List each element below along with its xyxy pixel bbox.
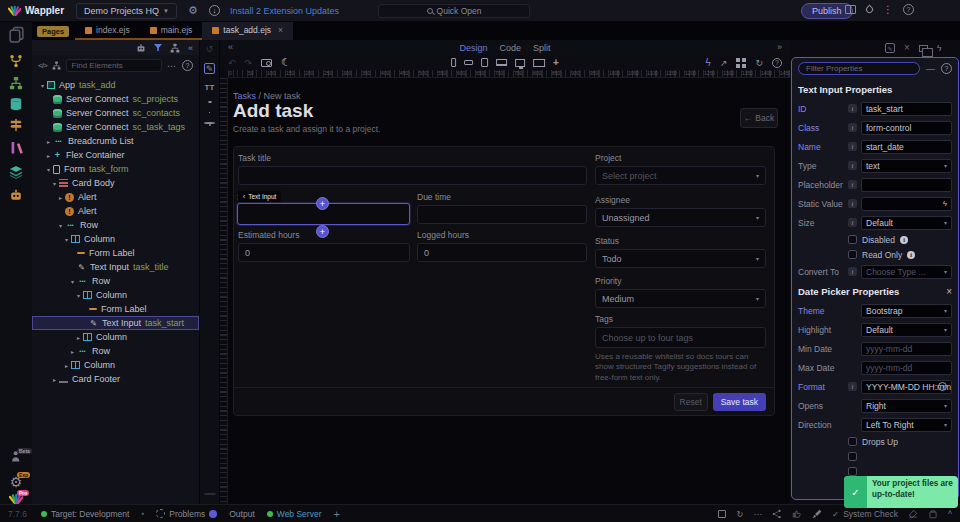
screenshot-camera-icon[interactable] (261, 59, 272, 67)
quick-open-search[interactable]: Quick Open (378, 4, 530, 18)
tab-close-icon[interactable]: × (278, 25, 283, 35)
bolt-icon[interactable]: ϟ (943, 199, 947, 208)
web-server-button[interactable]: Web Server (267, 509, 322, 519)
more-options-icon[interactable]: ⋯ (167, 61, 177, 71)
export-icon[interactable]: ↗ (720, 58, 728, 68)
reset-clock-icon[interactable] (938, 382, 947, 391)
tree-view-icon[interactable] (52, 61, 61, 70)
tree-chevron-icon[interactable]: ▸ (62, 362, 71, 369)
scissors-icon[interactable]: × (904, 43, 910, 53)
redo-icon[interactable]: ↷ (245, 58, 253, 68)
reset-button[interactable]: Reset (674, 393, 708, 411)
dark-mode-moon-icon[interactable]: ☾ (281, 56, 291, 69)
bolt-icon[interactable]: ϟ (937, 43, 942, 53)
tab-design[interactable]: Design (459, 43, 487, 53)
help-icon[interactable]: ? (182, 60, 193, 71)
tab-split[interactable]: Split (533, 43, 551, 53)
tree-chevron-icon[interactable]: ▸ (50, 376, 59, 383)
tree-item-column[interactable]: ▾Column (32, 288, 199, 302)
refresh-icon[interactable]: ↻ (736, 509, 743, 519)
bolt-icon[interactable]: ϟ (706, 57, 711, 68)
update-toast[interactable]: ✓ Your project files are up-to-date! (844, 476, 958, 508)
tree-item-alert[interactable]: !Alert (32, 204, 199, 218)
tab-main.ejs[interactable]: main.ejs (140, 22, 203, 40)
output-button[interactable]: Output (229, 509, 255, 519)
tree-chevron-icon[interactable]: ▸ (74, 334, 83, 341)
filter-properties-input[interactable]: Filter Properties (798, 62, 920, 75)
collapse-right-icon[interactable]: » (777, 42, 782, 52)
download-updates-icon[interactable]: ↓ (209, 5, 220, 16)
code-view-icon[interactable]: </> (38, 61, 47, 70)
typography-icon[interactable]: TT (205, 83, 215, 92)
tree-item-task_title[interactable]: ✎Text Inputtask_title (32, 260, 199, 274)
tree-item-column[interactable]: ▸Column (32, 330, 199, 344)
task-title-input[interactable] (238, 166, 587, 185)
problems-button[interactable]: Problems (156, 509, 217, 519)
eye-visibility-icon[interactable] (204, 122, 215, 124)
tree-item-breadcrumb-list[interactable]: ▸•••Breadcrumb List (32, 134, 199, 148)
beta-tool-icon[interactable]: Beta (0, 450, 32, 463)
tree-item-task_form[interactable]: ▾Formtask_form (32, 162, 199, 176)
tree-item-sc_task_tags[interactable]: Server Connectsc_task_tags (32, 120, 199, 134)
tree-item-sc_projects[interactable]: Server Connectsc_projects (32, 92, 199, 106)
kebab-menu-icon[interactable]: ⋮ (883, 4, 893, 15)
tree-item-row[interactable]: ▸•••Row (32, 344, 199, 358)
tab-code[interactable]: Code (499, 43, 521, 53)
selected-element-badge[interactable]: ‹ Text Input (238, 191, 281, 202)
prop-max-date-input[interactable]: yyyy-mm-dd (861, 361, 952, 375)
theme-droplet-icon[interactable] (865, 5, 875, 15)
brush-icon[interactable] (812, 509, 822, 519)
checkbox[interactable] (848, 437, 857, 446)
prop-type-select[interactable]: text (861, 159, 952, 173)
status-select[interactable]: Todo (595, 249, 766, 268)
prop-min-date-input[interactable]: yyyy-mm-dd (861, 342, 952, 356)
collapse-up-icon[interactable]: ^ (948, 509, 952, 519)
tree-item-alert[interactable]: ▸!Alert (32, 190, 199, 204)
checkbox[interactable] (848, 250, 857, 259)
tree-item-task_add[interactable]: ▾Apptask_add (32, 78, 199, 92)
structure-icon[interactable] (0, 76, 32, 90)
undo-icon[interactable]: ↺ (206, 44, 214, 54)
tree-item-form-label[interactable]: Form Label (32, 302, 199, 316)
prop-name-input[interactable]: start_date (861, 140, 952, 154)
help-icon[interactable]: ? (772, 58, 782, 68)
prop-size-select[interactable]: Default (861, 216, 952, 230)
routing-icon[interactable] (0, 118, 32, 132)
edit-mode-icon[interactable]: ✎ (204, 63, 215, 74)
pages-badge[interactable]: Pages (37, 26, 69, 37)
tree-chevron-icon[interactable]: ▾ (38, 82, 47, 89)
tree-item-flex-container[interactable]: ▸+Flex Container (32, 148, 199, 162)
prop-convert-to-select[interactable]: Choose Type ... (861, 265, 952, 279)
estimated-hours-input[interactable]: 0 (238, 243, 410, 262)
tv-icon[interactable] (533, 59, 545, 67)
prop-format-input[interactable]: YYYY-MM-DD HH:mm (861, 380, 952, 394)
prop-placeholder-input[interactable] (861, 178, 952, 192)
collapse-panel-icon[interactable]: « (188, 43, 193, 53)
structure-icon[interactable] (170, 43, 180, 53)
help-icon[interactable]: ? (941, 63, 952, 74)
install-updates-link[interactable]: Install 2 Extension Updates (230, 6, 339, 16)
prop-id-input[interactable]: task_start (861, 102, 952, 116)
filter-funnel-icon[interactable] (154, 44, 162, 51)
grid-icon[interactable] (736, 58, 740, 62)
save-task-button[interactable]: Save task (713, 393, 766, 411)
share-icon[interactable] (772, 509, 782, 519)
more-icon[interactable]: ⋯ (754, 509, 763, 519)
tree-item-row[interactable]: ▾•••Row (32, 218, 199, 232)
tree-chevron-icon[interactable]: ▾ (62, 236, 71, 243)
tree-item-row[interactable]: ▾•••Row (32, 274, 199, 288)
logged-hours-input[interactable]: 0 (417, 243, 587, 262)
minimize-icon[interactable]: — (926, 64, 935, 74)
prop-class-input[interactable]: form-control (861, 121, 952, 135)
collapse-left-icon[interactable]: « (228, 42, 233, 52)
styles-icon[interactable] (0, 141, 32, 155)
add-tab-button[interactable]: + (334, 508, 340, 520)
approve-thumb-icon[interactable] (792, 509, 802, 519)
assistant-robot-icon[interactable] (136, 43, 146, 53)
database-icon[interactable] (0, 97, 32, 111)
laptop-icon[interactable] (496, 59, 507, 66)
tree-chevron-icon[interactable]: ▾ (68, 278, 77, 285)
panel-toggle-icon[interactable] (204, 493, 216, 495)
tree-item-card-body[interactable]: ▾Card Body (32, 176, 199, 190)
stop-square-icon[interactable] (718, 510, 726, 518)
